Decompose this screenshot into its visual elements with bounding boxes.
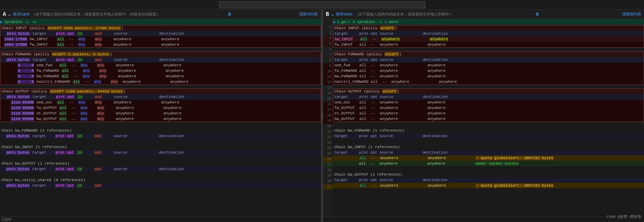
spacer-1 (0, 48, 321, 51)
chain-input-block-a: Chain INPUT (policy ACCEPT 1665 packets,… (0, 25, 321, 48)
spacer-6 (0, 172, 321, 177)
bw-forward-cols-a: pkts bytes target prot opt in out source… (0, 133, 321, 139)
line-numbers-b: 2 3 4 5 6 7 8 9 10 11 12 13 14 15 (323, 19, 333, 222)
spacer-b-3 (333, 122, 644, 128)
chain-input-header-b: Chain INPUT (policy ACCEPT) (333, 25, 644, 31)
ln-15: 15 (323, 96, 333, 102)
ln-26: 26 (323, 157, 333, 162)
ln-5: 5 (323, 41, 333, 47)
chain-input-cols-a: pkts bytes target prot opt in out source… (0, 31, 321, 36)
bw-input-row-b: bw_INPUT all -- anywhere anywhere (333, 36, 644, 42)
fw-input-row-a: 1683 1750K fw_INPUT all -- any any anywh… (0, 42, 321, 47)
panel-b-save-button[interactable]: 保存save (336, 11, 352, 17)
arrow-a: ▶ (0, 20, 4, 24)
bw-forward-cols-b: target prot opt source destination (333, 133, 644, 139)
st-output-row-b: st_OUTPUT all -- anywhere anywhere (333, 111, 644, 116)
fw-forward-row-a: 0 0 fw_FORWARD all -- any any anywhere a… (0, 68, 321, 74)
spacer-b-4 (333, 139, 644, 144)
ln-13: 13 (323, 85, 333, 91)
quota-row-26-b: all -- anywhere anywhere ! quota globalA… (333, 155, 644, 161)
ln-29: 29 (323, 173, 333, 179)
panel-b: B ☁ 保存save （在下面输入您的代码或文本，或直接把文件拖入到框中） 🗑 … (323, 10, 644, 222)
chain-forward-cols-a: pkts bytes target prot opt in out source… (0, 57, 321, 63)
oem-fwd-row-a: 0 0 oem_fwd all -- any any anywhere anyw… (0, 63, 321, 68)
bw-forward-row-a: 0 0 bw_FORWARD all -- any any anywhere a… (0, 74, 321, 79)
spacer-4 (0, 139, 321, 144)
spacer-b-5 (333, 166, 644, 172)
status-text-a: 已超时 (1, 217, 12, 222)
chain-bw-forward-b: Chain bw_FORWARD (1 references) (333, 128, 644, 133)
panel-a-save-button[interactable]: 保存save (13, 11, 30, 17)
panel-a-body: ▶ iptables -L -v Chain INPUT (policy ACC… (0, 19, 321, 222)
save-icon-a: ☁ (8, 12, 11, 17)
bw-forward-row-b: bw_FORWARD all -- anywhere anywhere (333, 74, 644, 79)
ln-18: 18 (323, 113, 333, 118)
code-content-b: ▶ J_go:/ # iptables -L | more Chain INPU… (333, 19, 644, 222)
ln-31: 31 (323, 184, 333, 190)
ln-23: 23 (323, 140, 333, 146)
ln-28: 28 (323, 168, 333, 173)
divider-dot-2 (322, 115, 323, 116)
chain-output-block-b: Chain OUTPUT (policy ACCEPT) target prot… (333, 88, 644, 122)
bw-output-row-a: 1116 65300 bw_OUTPUT all -- any any anyw… (0, 116, 321, 122)
panel-b-header: B ☁ 保存save （在下面输入您的代码或文本，或直接把文件拖入到框中） 🗑 … (323, 10, 644, 19)
chain-input-cols-b: target prot opt source destination (333, 31, 644, 36)
chain-output-cols-a: pkts bytes target prot opt in out source… (0, 94, 321, 100)
oem-fwd-row-b: oem_fwd all -- anywhere anywhere (333, 63, 644, 68)
ln-14: 14 (323, 91, 333, 96)
spacer-3 (0, 122, 321, 128)
bw-input-cols-a: pkts bytes target prot opt in out source… (0, 150, 321, 155)
ln-30: 30 (323, 179, 333, 184)
ln-25: 25 (323, 151, 333, 157)
panel-b-clear-button[interactable]: 清除B内容 (622, 11, 641, 17)
quota-row-31-b: all -- anywhere anywhere ! quota globalA… (333, 183, 644, 188)
search-input[interactable] (219, 1, 425, 8)
panel-a-header: A ☁ 保存save （在下面输入您的代码或文本，或直接把文件拖入到框中，内容会… (0, 10, 321, 19)
spacer-b-2 (333, 85, 644, 88)
chain-output-header-a: Chain OUTPUT (policy ACCEPT 1100 packets… (0, 89, 321, 94)
ln-2: 2 (323, 25, 333, 30)
chain-input-header-a: Chain INPUT (policy ACCEPT 1665 packets,… (0, 25, 321, 31)
bw-output-cols-b: target prot opt source destination (333, 177, 644, 183)
ln-17: 17 (323, 107, 333, 113)
chain-bw-input-a: Chain bw_INPUT (1 references) (0, 144, 321, 150)
socket-row-27-b: all -- anywhere anywhere owner socket ex… (333, 161, 644, 166)
ln-6: 6 (323, 47, 333, 52)
chain-bw-input-b: Chain bw_INPUT (1 references) (333, 144, 644, 150)
oem-out-row-a: 1116 65300 oem_out all -- any any anywhe… (0, 100, 321, 105)
chain-output-header-b: Chain OUTPUT (policy ACCEPT) (333, 89, 644, 94)
ln-24: 24 (323, 146, 333, 151)
top-search-bar (0, 0, 644, 10)
panel-a-clear-button[interactable]: 清除A内容 (299, 11, 318, 17)
save-icon-b: ☁ (331, 12, 334, 17)
ln-19: 19 (323, 118, 333, 124)
st-output-row-a: 1116 65300 st_OUTPUT all -- any any anyw… (0, 111, 321, 116)
divider-dot-3 (322, 118, 323, 119)
ln-7: 7 (323, 52, 333, 58)
chain-forward-header-a: Chain FORWARD (policy ACCEPT 0 packets, … (0, 52, 321, 57)
chain-bw-forward-a: Chain bw_FORWARD (1 references) (0, 128, 321, 133)
fw-output-row-b: fw_OUTPUT all -- anywhere anywhere (333, 105, 644, 111)
cmd-text-b: J_go:/ # iptables -L | more (337, 20, 398, 24)
chain-bw-output-a: Chain bw_OUTPUT (1 references) (0, 161, 321, 166)
panel-a-label: A (3, 11, 6, 18)
status-bar-b (323, 217, 644, 222)
chain-output-block-a: Chain OUTPUT (policy ACCEPT 1100 packets… (0, 88, 321, 122)
panel-b-label: B (326, 11, 329, 18)
panel-a-cmd-line: ▶ iptables -L -v (0, 19, 321, 25)
panel-a-hint: （在下面输入您的代码或文本，或直接把文件拖入到框中，内容会自动获取） (32, 12, 160, 17)
ln-8: 8 (323, 58, 333, 63)
panel-b-body: 2 3 4 5 6 7 8 9 10 11 12 13 14 15 (323, 19, 644, 222)
ln-21: 21 (323, 129, 333, 135)
arrow-b: ▶ (333, 20, 337, 24)
ln-11: 11 (323, 74, 333, 80)
watermark: CSDN @波梦_橙留香 (607, 214, 641, 219)
fw-output-row-a: 1116 65300 fw_OUTPUT all -- any any anyw… (0, 105, 321, 111)
chain-output-cols-b: target prot opt source destination (333, 94, 644, 100)
ln-3: 3 (323, 30, 333, 36)
cmd-line-b: ▶ J_go:/ # iptables -L | more (333, 19, 644, 25)
spacer-2 (0, 85, 321, 88)
chain-forward-block-b: Chain FORWARD (policy ACCEPT) target pro… (333, 51, 644, 85)
oem-out-row-b: oem_out all -- anywhere anywhere (333, 100, 644, 105)
divider-dot-1 (322, 113, 323, 114)
